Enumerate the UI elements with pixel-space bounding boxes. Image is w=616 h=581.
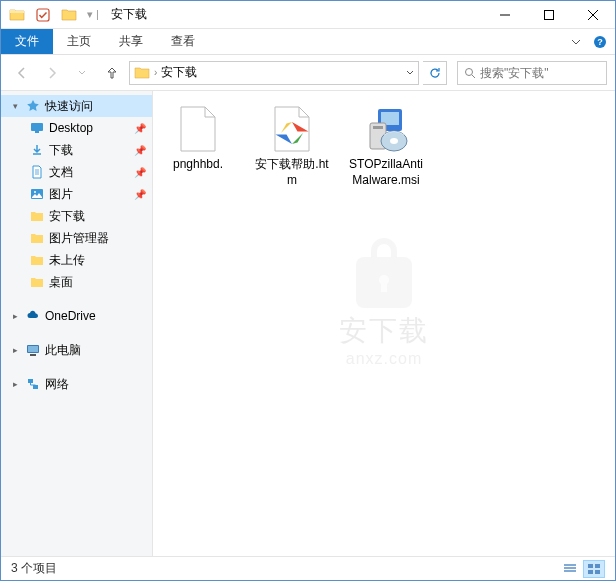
sidebar-item-label: OneDrive — [45, 309, 96, 323]
pc-icon — [25, 342, 41, 358]
svg-text:?: ? — [597, 37, 603, 47]
sidebar-item-label: 网络 — [45, 376, 69, 393]
minimize-button[interactable] — [483, 1, 527, 29]
svg-rect-15 — [381, 282, 387, 292]
file-item[interactable]: 安下载帮助.htm — [251, 101, 333, 192]
address-box[interactable]: › 安下载 — [129, 61, 419, 85]
help-icon[interactable]: ? — [593, 35, 607, 49]
file-list[interactable]: 安下载 anxz.com pnghhbd. — [153, 91, 615, 556]
svg-rect-12 — [28, 379, 33, 383]
close-button[interactable] — [571, 1, 615, 29]
watermark: 安下载 anxz.com — [339, 232, 429, 368]
breadcrumb-sep[interactable]: › — [154, 67, 157, 78]
address-bar: › 安下载 — [1, 55, 615, 91]
titlebar-separator: ▾ | — [87, 8, 99, 21]
sidebar-item-folder[interactable]: 图片管理器 — [1, 227, 152, 249]
search-icon — [464, 67, 476, 79]
folder-icon — [29, 230, 45, 246]
svg-point-4 — [466, 68, 473, 75]
maximize-button[interactable] — [527, 1, 571, 29]
folder-icon — [7, 5, 27, 25]
svg-point-14 — [379, 275, 389, 285]
svg-rect-21 — [373, 126, 383, 129]
svg-rect-1 — [545, 10, 554, 19]
star-icon — [25, 98, 41, 114]
forward-button[interactable] — [39, 60, 65, 86]
view-details-button[interactable] — [559, 560, 581, 578]
file-name: 安下载帮助.htm — [253, 157, 331, 188]
svg-point-17 — [288, 129, 296, 137]
pin-icon: 📌 — [134, 167, 146, 178]
navigation-pane[interactable]: ▾ 快速访问 Desktop 📌 下载 📌 文档 📌 图片 📌 安下载 — [1, 91, 153, 556]
svg-point-8 — [34, 191, 36, 193]
svg-rect-25 — [595, 564, 600, 568]
download-icon — [29, 142, 45, 158]
chevron-right-icon[interactable]: ▸ — [9, 379, 21, 389]
file-name: pnghhbd. — [173, 157, 223, 173]
svg-rect-26 — [588, 570, 593, 574]
sidebar-item-label: 快速访问 — [45, 98, 93, 115]
file-htm-icon — [268, 105, 316, 153]
file-item[interactable]: pnghhbd. — [157, 101, 239, 177]
search-input[interactable] — [480, 66, 600, 80]
chevron-down-icon[interactable]: ▾ — [9, 101, 21, 111]
address-dropdown-icon[interactable] — [406, 69, 414, 77]
svg-rect-0 — [37, 9, 49, 21]
sidebar-quickaccess[interactable]: ▾ 快速访问 — [1, 95, 152, 117]
pin-icon: 📌 — [134, 189, 146, 200]
svg-rect-27 — [595, 570, 600, 574]
folder-icon — [29, 208, 45, 224]
sidebar-item-folder[interactable]: 未上传 — [1, 249, 152, 271]
tab-view[interactable]: 查看 — [157, 29, 209, 54]
back-button[interactable] — [9, 60, 35, 86]
desktop-icon — [29, 120, 45, 136]
sidebar-item-label: 此电脑 — [45, 342, 81, 359]
onedrive-icon — [25, 308, 41, 324]
explorer-window: ▾ | 安下载 文件 主页 共享 查看 ? › 安下载 — [0, 0, 616, 581]
tab-home[interactable]: 主页 — [53, 29, 105, 54]
window-title: 安下载 — [111, 6, 147, 23]
sidebar-item-pictures[interactable]: 图片 📌 — [1, 183, 152, 205]
ribbon-tabs: 文件 主页 共享 查看 ? — [1, 29, 615, 55]
sidebar-thispc[interactable]: ▸ 此电脑 — [1, 339, 152, 361]
pictures-icon — [29, 186, 45, 202]
sidebar-item-folder[interactable]: 安下载 — [1, 205, 152, 227]
sidebar-item-downloads[interactable]: 下载 📌 — [1, 139, 152, 161]
pin-icon: 📌 — [134, 145, 146, 156]
svg-point-23 — [390, 138, 398, 144]
chevron-right-icon[interactable]: ▸ — [9, 311, 21, 321]
item-count: 3 个项目 — [11, 560, 57, 577]
svg-rect-10 — [28, 346, 38, 352]
tab-share[interactable]: 共享 — [105, 29, 157, 54]
folder-icon — [134, 65, 150, 81]
view-icons-button[interactable] — [583, 560, 605, 578]
chevron-right-icon[interactable]: ▸ — [9, 345, 21, 355]
svg-rect-6 — [35, 131, 39, 133]
titlebar: ▾ | 安下载 — [1, 1, 615, 29]
recent-dropdown[interactable] — [69, 60, 95, 86]
ribbon-expand-icon[interactable] — [571, 37, 581, 47]
folder-icon — [29, 252, 45, 268]
folder-icon-2 — [59, 5, 79, 25]
quick-tool-icon[interactable] — [33, 5, 53, 25]
status-bar: 3 个项目 — [1, 556, 615, 580]
sidebar-item-desktop[interactable]: Desktop 📌 — [1, 117, 152, 139]
svg-rect-24 — [588, 564, 593, 568]
main-area: ▾ 快速访问 Desktop 📌 下载 📌 文档 📌 图片 📌 安下载 — [1, 91, 615, 556]
svg-rect-5 — [31, 123, 43, 131]
file-name: STOPzillaAntiMalware.msi — [347, 157, 425, 188]
tab-file[interactable]: 文件 — [1, 29, 53, 54]
sidebar-item-folder[interactable]: 桌面 — [1, 271, 152, 293]
sidebar-network[interactable]: ▸ 网络 — [1, 373, 152, 395]
breadcrumb-current[interactable]: 安下载 — [161, 64, 197, 81]
file-msi-icon — [362, 105, 410, 153]
up-button[interactable] — [99, 60, 125, 86]
sidebar-onedrive[interactable]: ▸ OneDrive — [1, 305, 152, 327]
refresh-button[interactable] — [423, 61, 447, 85]
pin-icon: 📌 — [134, 123, 146, 134]
file-item[interactable]: STOPzillaAntiMalware.msi — [345, 101, 427, 192]
folder-icon — [29, 274, 45, 290]
sidebar-item-documents[interactable]: 文档 📌 — [1, 161, 152, 183]
search-box[interactable] — [457, 61, 607, 85]
file-blank-icon — [174, 105, 222, 153]
